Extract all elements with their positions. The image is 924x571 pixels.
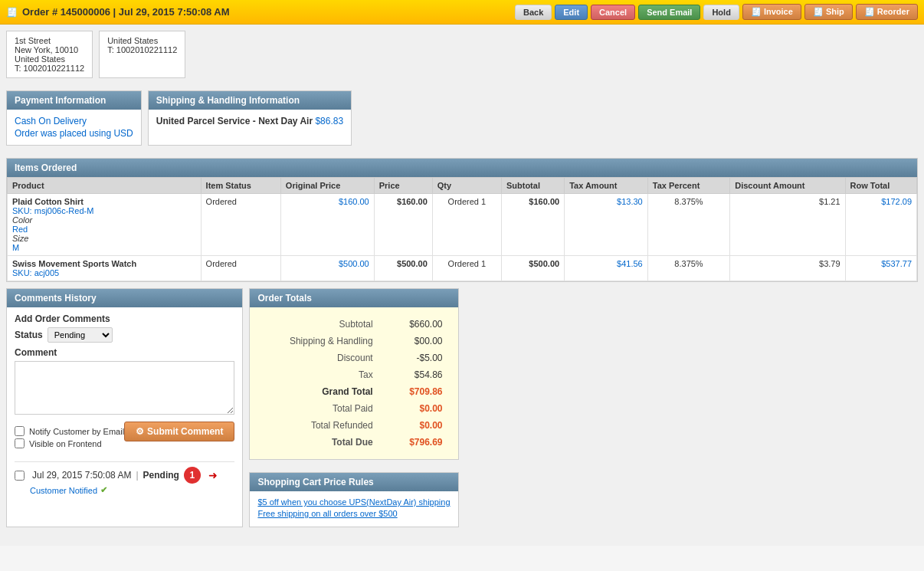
items-ordered-body: Product Item Status Original Price Price… [7,177,917,281]
table-row: Swiss Movement Sports Watch SKU: acj005 … [8,256,917,281]
edit-button[interactable]: Edit [555,5,588,20]
history-date: Jul 29, 2015 7:50:08 AM [32,470,131,481]
right-panels: Order Totals Subtotal $660.00 Shipping &… [249,288,458,533]
item-status-cell: Ordered [201,256,280,281]
shipping-country: United States [107,36,177,45]
history-status: Pending [143,470,179,481]
order-totals-panel: Order Totals Subtotal $660.00 Shipping &… [249,288,458,460]
subtotal-cell: $500.00 [501,256,564,281]
col-item-status: Item Status [201,178,280,194]
col-discount-amount: Discount Amount [730,178,845,194]
history-separator: | [136,470,138,481]
col-price: Price [374,178,432,194]
notify-customer-row: Notify Customer by Email [15,426,124,436]
ship-button[interactable]: 🧾 Ship [804,4,853,20]
totals-value: $660.00 [378,317,446,332]
billing-country: United States [15,54,84,64]
payment-panel-body: Cash On Delivery Order was placed using … [7,110,141,145]
size-value: M [12,243,196,252]
status-select[interactable]: Pending Processing Complete Canceled [48,327,113,343]
table-row: Plaid Cotton Shirt SKU: msj006c-Red-M Co… [8,194,917,256]
payment-method: Cash On Delivery [15,116,133,126]
history-meta: Jul 29, 2015 7:50:08 AM | Pending 1 ➜ [15,467,234,484]
col-tax-amount: Tax Amount [565,178,648,194]
billing-phone: T: 1002010221112 [15,64,84,73]
address-row: 1st Street New York, 10010 United States… [6,31,918,84]
totals-row: Grand Total $709.86 [262,384,445,399]
totals-row: Subtotal $660.00 [262,317,445,332]
shipping-method: United Parcel Service - Next Day Air [156,116,313,126]
cart-rules-panel: Shopping Cart Price Rules $5 off when yo… [249,472,458,527]
status-label: Status [15,330,43,340]
cart-rules-header: Shopping Cart Price Rules [250,473,457,491]
send-email-button[interactable]: Send Email [638,5,700,20]
shipping-panel: Shipping & Handling Information United P… [148,90,352,146]
totals-label: Total Refunded [262,418,375,433]
billing-address-partial: 1st Street New York, 10010 United States… [6,31,93,78]
totals-row: Shipping & Handling $00.00 [262,333,445,349]
hold-button[interactable]: Hold [703,5,739,20]
original-price-cell: $500.00 [280,256,374,281]
totals-value: $00.00 [378,333,446,349]
cart-rule-link[interactable]: Free shipping on all orders over $500 [257,509,450,518]
bubble-number: 1 [184,467,201,484]
shipping-panel-header: Shipping & Handling Information [149,91,351,110]
submit-comment-button[interactable]: ⚙ Submit Comment [124,422,234,441]
arrow-icon: ➜ [208,469,218,481]
tax-percent-cell: 8.375% [647,194,730,256]
totals-label: Total Paid [262,401,375,416]
back-button[interactable]: Back [515,5,552,20]
payment-shipping-row: Payment Information Cash On Delivery Ord… [6,90,918,152]
payment-panel: Payment Information Cash On Delivery Ord… [6,90,142,146]
add-comments-label: Add Order Comments [15,313,234,324]
col-tax-percent: Tax Percent [647,178,730,194]
comment-textarea[interactable] [15,361,234,415]
totals-table: Subtotal $660.00 Shipping & Handling $00… [260,315,447,451]
size-label: Size [12,234,196,243]
payment-panel-header: Payment Information [7,91,141,110]
items-ordered-header: Items Ordered [7,159,917,177]
billing-street: 1st Street [15,36,84,45]
customer-notified: Customer Notified ✔ [30,485,234,495]
history-entry: Jul 29, 2015 7:50:08 AM | Pending 1 ➜ Cu… [15,461,234,495]
qty-cell: Ordered 1 [432,256,501,281]
discount-amount-cell: $3.79 [730,256,845,281]
subtotal-cell: $160.00 [501,194,564,256]
totals-label: Total Due [262,435,375,450]
visible-frontend-label: Visible on Frontend [29,439,102,448]
totals-value: -$5.00 [378,350,446,366]
history-checkbox[interactable] [15,471,25,481]
shipping-address-partial: United States T: 1002010221112 [99,31,185,78]
totals-row: Total Refunded $0.00 [262,418,445,433]
notify-customer-checkbox[interactable] [15,426,25,436]
invoice-button[interactable]: 🧾 Invoice [742,4,801,20]
tax-amount-cell: $41.56 [565,256,648,281]
col-subtotal: Subtotal [501,178,564,194]
totals-value: $796.69 [378,435,446,450]
main-content: 1st Street New York, 10010 United States… [0,25,924,546]
col-row-total: Row Total [845,178,916,194]
totals-value: $54.86 [378,367,446,382]
totals-row: Total Due $796.69 [262,435,445,450]
totals-value: $0.00 [378,418,446,433]
comments-panel-body: Add Order Comments Status Pending Proces… [7,307,242,501]
order-totals-body: Subtotal $660.00 Shipping & Handling $00… [250,307,457,459]
items-table: Product Item Status Original Price Price… [7,177,917,281]
order-icon: 🧾 [6,7,18,18]
comment-label: Comment [15,347,234,358]
page-title: Order # 145000006 | Jul 29, 2015 7:50:08… [22,6,515,18]
order-totals-header: Order Totals [250,289,457,307]
reorder-icon: 🧾 [864,7,875,16]
checkmark-icon: ✔ [100,485,107,495]
cart-rule-link[interactable]: $5 off when you choose UPS(NextDay Air) … [257,497,450,507]
product-name: Swiss Movement Sports Watch [12,259,196,268]
ship-icon: 🧾 [813,7,824,16]
reorder-button[interactable]: 🧾 Reorder [856,4,918,20]
col-original-price: Original Price [280,178,374,194]
cancel-button[interactable]: Cancel [591,5,635,20]
comments-panel: Comments History Add Order Comments Stat… [6,288,243,527]
comments-totals-row: Comments History Add Order Comments Stat… [6,288,918,533]
visible-frontend-checkbox[interactable] [15,438,25,448]
shipping-panel-body: United Parcel Service - Next Day Air $86… [149,110,351,133]
totals-row: Tax $54.86 [262,367,445,382]
